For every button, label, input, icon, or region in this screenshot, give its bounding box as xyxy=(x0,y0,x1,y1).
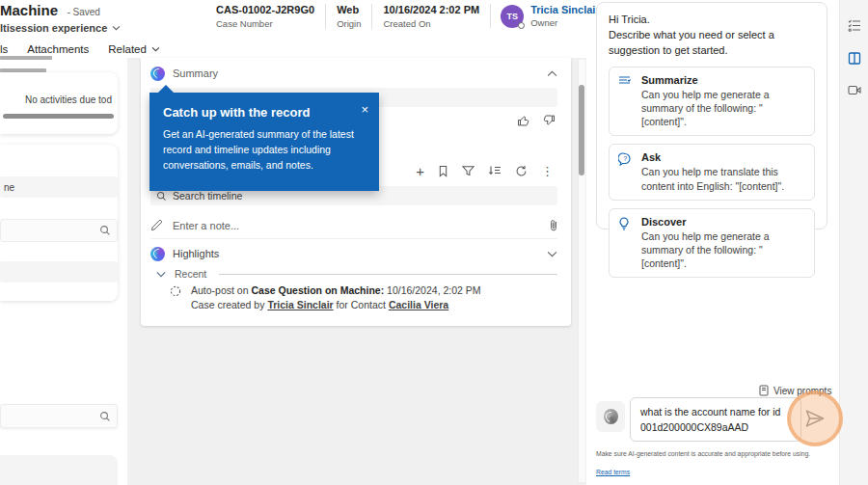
form-field-empty[interactable] xyxy=(0,261,118,283)
contact-link[interactable]: Cacilia Viera xyxy=(389,299,448,310)
chevron-down-icon xyxy=(112,25,121,31)
divider xyxy=(219,274,557,275)
svg-text:?: ? xyxy=(623,155,627,162)
field-case-number: CAS-01002-J2R9G0 Case Number xyxy=(216,4,326,29)
tab-attachments[interactable]: Attachments xyxy=(27,43,89,55)
activities-progress-bar xyxy=(3,114,114,119)
suggestion-summarize[interactable]: Summarize Can you help me generate a sum… xyxy=(609,67,815,137)
entry-line2: Case created by Tricia Sinclair for Cont… xyxy=(191,298,481,312)
bookmark-icon[interactable] xyxy=(438,165,448,177)
record-title-row: Machine - Saved xyxy=(0,2,100,19)
thumbs-down-icon[interactable] xyxy=(542,114,556,127)
highlights-label: Highlights xyxy=(173,248,219,259)
create-record-icon[interactable]: + xyxy=(416,164,424,178)
copilot-icon xyxy=(150,247,165,261)
note-placeholder: Enter a note... xyxy=(173,220,239,231)
copilot-chat-input[interactable]: what is the account name for id 001d2000… xyxy=(630,397,801,442)
search-icon xyxy=(99,411,111,422)
pencil-icon xyxy=(150,219,163,231)
saved-status: - Saved xyxy=(67,7,99,17)
owner-name-link[interactable]: Tricia Sinclair xyxy=(530,4,600,15)
activities-card: No activities due tod xyxy=(0,72,118,134)
recent-group-header: Recent xyxy=(156,267,557,281)
tab-details-truncated[interactable]: ls xyxy=(0,43,8,55)
summary-feedback xyxy=(517,114,556,127)
field-owner[interactable]: TS Tricia Sinclair Owner xyxy=(490,4,600,28)
lookup-field[interactable] xyxy=(0,404,118,428)
record-tabs: ls Attachments Related xyxy=(0,43,160,55)
search-icon xyxy=(156,191,167,202)
right-app-rail xyxy=(839,0,868,485)
field-origin: Web Origin xyxy=(326,4,372,29)
thumbs-up-icon[interactable] xyxy=(517,114,530,127)
details-card: ne xyxy=(0,145,118,301)
read-terms-link[interactable]: Read terms xyxy=(596,469,630,475)
sort-order-icon[interactable] xyxy=(488,165,502,176)
tooltip-title: Catch up with the record xyxy=(149,93,379,120)
copilot-icon xyxy=(604,409,618,424)
filter-icon[interactable] xyxy=(462,165,475,176)
timeline-toolbar: + ⋮ xyxy=(416,160,554,181)
timeline-search-placeholder: Search timeline xyxy=(173,190,242,202)
copilot-suggestions-card: Hi Tricia. Describe what you need or sel… xyxy=(596,2,827,229)
lookup-field[interactable] xyxy=(0,219,118,242)
form-field-empty[interactable] xyxy=(0,455,118,485)
no-activities-text: No activities due tod xyxy=(25,94,112,105)
highlights-section-header: Highlights xyxy=(150,243,557,264)
copilot-menu-button[interactable] xyxy=(596,401,625,432)
experience-label: ltisession experience xyxy=(0,22,107,34)
chevron-down-icon[interactable] xyxy=(156,271,166,278)
field-created-on: 10/16/2024 2:02 PM Created On xyxy=(372,4,490,29)
copilot-subtitle: Describe what you need or select a sugge… xyxy=(609,28,815,59)
chevron-up-icon[interactable] xyxy=(547,70,557,77)
ask-chat-icon: ? xyxy=(618,152,633,192)
avatar: TS xyxy=(501,5,524,28)
dynamics-case-page: Machine - Saved ltisession experience ls… xyxy=(0,0,868,485)
catch-up-teaching-bubble: Catch up with the record × Get an AI-gen… xyxy=(149,93,379,191)
search-icon xyxy=(99,225,111,236)
send-icon[interactable] xyxy=(804,409,827,430)
chevron-down-icon[interactable] xyxy=(547,251,557,257)
suggestion-ask[interactable]: ? Ask Can you help me translate this con… xyxy=(609,144,815,200)
chevron-down-icon xyxy=(151,46,160,52)
refresh-icon[interactable] xyxy=(515,165,528,177)
autopost-icon xyxy=(170,285,181,312)
note-input[interactable]: Enter a note... xyxy=(150,212,557,239)
tab-related[interactable]: Related xyxy=(108,43,160,55)
case-header-fields: CAS-01002-J2R9G0 Case Number Web Origin … xyxy=(216,4,631,29)
recent-label: Recent xyxy=(175,268,206,280)
camera-video-icon[interactable] xyxy=(848,85,861,95)
prompt-guide-icon xyxy=(759,385,769,396)
scrollbar-thumb[interactable] xyxy=(579,85,584,175)
summary-label: Summary xyxy=(173,67,218,79)
user-link[interactable]: Tricia Sinclair xyxy=(267,299,333,310)
knowledge-book-icon[interactable] xyxy=(848,52,861,65)
view-prompts-button[interactable]: View prompts xyxy=(759,385,831,396)
close-icon[interactable]: × xyxy=(361,102,368,117)
experience-selector[interactable]: ltisession experience xyxy=(0,22,121,34)
agenda-tasks-icon[interactable] xyxy=(848,19,861,32)
more-options-icon[interactable]: ⋮ xyxy=(541,165,554,177)
copilot-greeting: Hi Tricia. xyxy=(609,13,815,28)
tooltip-body: Get an AI-generated summary of the lates… xyxy=(149,120,379,173)
ai-disclaimer: Make sure AI-generated content is accura… xyxy=(596,445,826,481)
form-field-fragment[interactable]: ne xyxy=(0,176,118,198)
suggestion-discover[interactable]: Discover Can you help me generate a summ… xyxy=(609,208,815,279)
truncated-text-fragment xyxy=(0,56,52,60)
summarize-lines-icon xyxy=(618,75,633,129)
presence-dot xyxy=(518,22,525,29)
summary-section-header: Summary xyxy=(150,64,557,83)
copilot-icon xyxy=(150,67,165,81)
timeline-entry-autopost[interactable]: Auto-post on Case Question on Machine: 1… xyxy=(170,283,552,312)
lightbulb-icon xyxy=(618,217,633,271)
entry-line1: Auto-post on Case Question on Machine: 1… xyxy=(191,283,481,298)
page-title: Machine xyxy=(0,2,58,18)
paperclip-icon[interactable] xyxy=(550,219,557,231)
